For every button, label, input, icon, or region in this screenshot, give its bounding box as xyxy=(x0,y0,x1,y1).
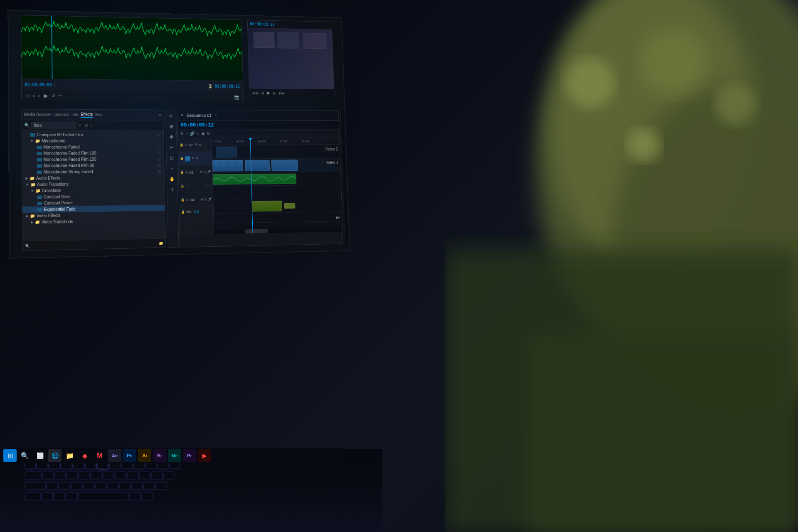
track-header-mix: 🔒 Mix 0.0 xyxy=(179,206,213,217)
key xyxy=(83,482,94,490)
key xyxy=(42,493,53,500)
link-btn[interactable]: 🔗 xyxy=(190,131,195,136)
clip-v2[interactable] xyxy=(216,147,237,158)
tool-select[interactable]: ↖ xyxy=(167,112,175,120)
tree-item-monochrome-faded[interactable]: Monochrome Faded ⊡ xyxy=(22,144,164,150)
key xyxy=(91,472,102,479)
tab-mar[interactable]: Mar xyxy=(95,113,102,117)
tab-media-browser[interactable]: Media Browser xyxy=(24,112,51,117)
taskbar-ps-button[interactable]: Ps xyxy=(123,449,136,462)
fx-btn[interactable]: fx xyxy=(207,131,209,136)
taskbar-mcafee-button[interactable]: M xyxy=(93,449,106,462)
tab-info[interactable]: Info xyxy=(71,113,78,117)
svg-rect-0 xyxy=(21,22,242,47)
program-timecode: 00:00:08:12 xyxy=(250,22,275,27)
tree-folder-monochrome[interactable]: ▼ 📁 Monochrome xyxy=(22,138,164,144)
waveform-display xyxy=(21,15,243,81)
file-icon xyxy=(37,145,42,149)
key xyxy=(71,482,82,490)
clip-a4[interactable] xyxy=(252,201,283,211)
svg-rect-1 xyxy=(21,46,242,71)
track-label-v2: V2 xyxy=(188,143,192,147)
new-folder-btn[interactable]: 📁 xyxy=(159,241,163,245)
clip-v1-b[interactable] xyxy=(245,160,270,171)
tool-ripple[interactable]: ✥ xyxy=(167,133,175,141)
play-btn[interactable]: ▶ xyxy=(44,92,48,99)
taskbar-folder-button[interactable]: 📁 xyxy=(63,449,76,462)
waveform-svg xyxy=(21,15,243,81)
file-icon xyxy=(37,208,42,211)
tool-slip[interactable]: ↔ xyxy=(168,164,176,173)
key-btn[interactable]: ◇ xyxy=(196,131,200,136)
track-name-v2: Video 2 xyxy=(323,147,340,152)
taskbar-ae-button[interactable]: Ae xyxy=(108,449,121,462)
file-icon xyxy=(37,152,42,155)
taskbar-browser-button[interactable]: 🌐 xyxy=(48,449,62,462)
tool-rolling[interactable]: ⊡ xyxy=(168,154,176,162)
mark-in-btn[interactable]: ◁ xyxy=(26,93,29,98)
audio-waveform xyxy=(213,174,296,184)
file-icon xyxy=(37,158,42,161)
key-shift xyxy=(25,493,41,500)
file-icon xyxy=(37,170,42,174)
clip-v1-a[interactable] xyxy=(212,160,243,171)
folder-icon: 📁 xyxy=(35,189,40,193)
file-icon xyxy=(37,201,42,205)
search-clear-btn[interactable]: ✕ xyxy=(78,123,81,127)
timeline-ruler: 00:00 08:00 09:00 10:00 11:00 xyxy=(212,138,340,145)
track-header-a4: 🔒 ◎ A4 M S 🎤 xyxy=(179,193,213,207)
sequence-close-btn[interactable]: ✕ xyxy=(180,113,184,118)
program-play-btn[interactable]: ▶ xyxy=(267,90,270,96)
tab-libraries[interactable]: Libraries xyxy=(54,113,69,117)
export-frame-btn[interactable]: 📷 xyxy=(234,94,239,99)
taskbar-br-button[interactable]: Br xyxy=(153,449,166,462)
tool-pen[interactable]: ✏ xyxy=(167,143,175,151)
step-back-btn[interactable]: ◃ xyxy=(32,93,35,98)
wrench-btn[interactable]: ⚙ xyxy=(180,131,184,136)
clip-v1-c[interactable] xyxy=(271,160,298,171)
magnet-btn[interactable]: ○ xyxy=(185,131,188,136)
svg-rect-9 xyxy=(278,32,298,48)
tree-item-monochrome-film100[interactable]: Monochrome Faded Film 100 ⊡ xyxy=(22,150,164,157)
grid-view-btn[interactable]: ⊞ xyxy=(85,123,88,127)
end-of-sequence: ⏭ xyxy=(336,213,340,221)
loop-btn[interactable]: ↺ xyxy=(52,93,55,98)
taskbar-search-button[interactable]: 🔍 xyxy=(18,449,32,462)
key xyxy=(79,472,90,479)
windows-start-button[interactable]: ⊞ xyxy=(3,449,17,462)
track-row-a1 xyxy=(213,185,342,200)
list-view-btn[interactable]: ≡ xyxy=(90,123,93,127)
mix-value: 0.0 xyxy=(194,210,199,214)
tab-effects[interactable]: Effects xyxy=(81,112,93,118)
mix-label: Mix xyxy=(186,210,192,214)
clip-a2[interactable] xyxy=(213,174,296,185)
track-row-mix: ⏭ xyxy=(214,212,342,223)
track-header-a2: 🔒 ◎ A2 M S 🎤 xyxy=(178,165,212,179)
taskbar-extra-button[interactable]: ▶ xyxy=(198,449,211,462)
taskbar-pr-button[interactable]: Pr xyxy=(183,449,196,462)
program-monitor: 00:00:08:12 ◀◀ ◀ ▶ ▶ ▶▶ xyxy=(247,20,335,97)
effects-search-input[interactable] xyxy=(31,122,76,129)
key-caps xyxy=(25,482,46,490)
taskbar-oracle-button[interactable]: ◆ xyxy=(78,449,91,462)
taskbar-taskview-button[interactable]: ⬜ xyxy=(33,449,47,462)
panel-menu-btn[interactable]: » xyxy=(159,113,161,118)
panel-tabs: Media Browser Libraries Info Effects Mar… xyxy=(22,109,163,120)
key xyxy=(103,472,114,479)
clip-a4-small[interactable] xyxy=(284,203,295,209)
scrollbar-thumb[interactable] xyxy=(245,229,268,233)
step-fwd-btn[interactable]: ▹ xyxy=(38,93,40,98)
tree-item-cinespace[interactable]: Cinespace 50 Faded Film ⊡ xyxy=(22,132,164,138)
insert-btn[interactable]: ↪ xyxy=(58,93,62,98)
timeline-scrollbar[interactable] xyxy=(214,228,342,234)
tool-track-select[interactable]: ⊞ xyxy=(167,123,175,130)
track-label-a4: A4 xyxy=(190,198,194,202)
tool-type[interactable]: T xyxy=(168,186,176,194)
eye-btn[interactable]: ◉ xyxy=(202,131,205,136)
key xyxy=(143,482,154,490)
taskbar-ai-button[interactable]: Ai xyxy=(138,449,151,462)
key xyxy=(47,482,58,490)
key xyxy=(59,482,70,490)
taskbar-me-button[interactable]: Me xyxy=(168,449,181,462)
tool-hand[interactable]: ✋ xyxy=(168,175,176,183)
